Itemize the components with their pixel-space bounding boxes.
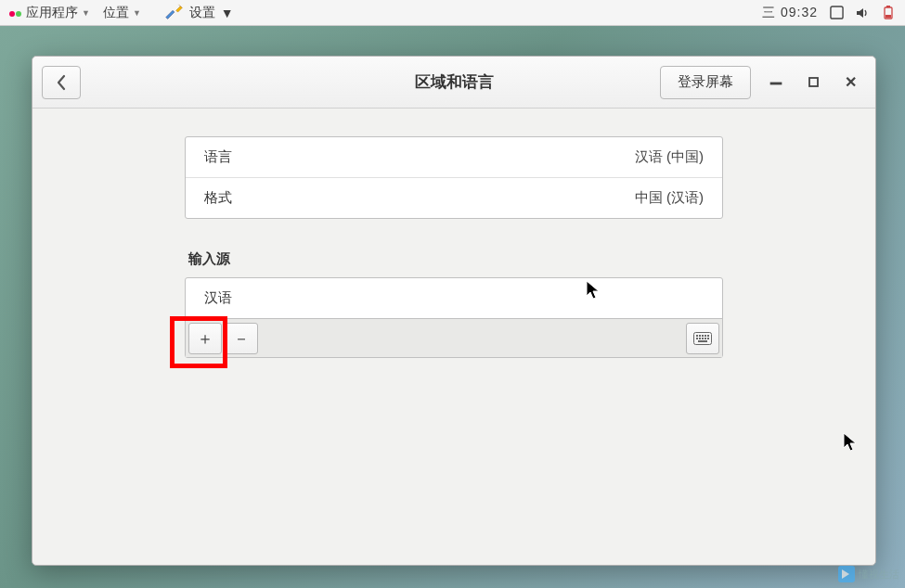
tools-icon <box>163 3 184 23</box>
input-source-label: 汉语 <box>204 289 232 305</box>
input-sources-heading: 输入源 <box>185 250 723 268</box>
svg-rect-15 <box>707 338 709 339</box>
svg-rect-16 <box>698 340 707 342</box>
watermark-icon <box>838 566 855 582</box>
svg-rect-11 <box>696 338 698 339</box>
login-screen-label: 登录屏幕 <box>678 73 733 91</box>
clock-day: 三 <box>762 5 776 19</box>
format-row[interactable]: 格式 中国 (汉语) <box>186 177 722 218</box>
chevron-down-icon: ▼ <box>221 6 234 20</box>
battery-icon[interactable] <box>881 6 896 20</box>
top-panel: 应用程序 ▼ 位置 ▼ 设置 ▼ 三 09:32 <box>0 0 905 26</box>
titlebar-right: 登录屏幕 ‒ ✕ <box>660 66 866 99</box>
svg-rect-3 <box>886 15 891 18</box>
svg-rect-8 <box>702 335 704 337</box>
format-label: 格式 <box>204 189 232 207</box>
svg-rect-7 <box>699 335 701 337</box>
svg-rect-6 <box>696 335 698 337</box>
settings-menu[interactable]: 设置 ▼ <box>163 3 234 23</box>
window-content: 语言 汉语 (中国) 格式 中国 (汉语) 输入源 汉语 ＋ － <box>32 109 875 565</box>
volume-icon[interactable] <box>855 6 870 20</box>
titlebar: 区域和语言 登录屏幕 ‒ ✕ <box>32 57 875 109</box>
svg-rect-13 <box>702 338 704 339</box>
window-controls: ‒ ✕ <box>764 74 866 91</box>
chevron-down-icon: ▼ <box>82 8 90 18</box>
region-language-window: 区域和语言 登录屏幕 ‒ ✕ 语言 汉语 (中国) 格式 中国 (汉语) <box>32 56 876 566</box>
keyboard-icon <box>693 332 712 345</box>
language-row[interactable]: 语言 汉语 (中国) <box>186 137 722 177</box>
keyboard-layout-button[interactable] <box>686 323 719 354</box>
watermark: 懂视生活 <box>838 566 899 582</box>
panel-left: 应用程序 ▼ 位置 ▼ 设置 ▼ <box>9 3 762 23</box>
svg-rect-10 <box>707 335 709 337</box>
svg-rect-0 <box>830 6 842 19</box>
plus-icon: ＋ <box>197 327 213 350</box>
add-input-source-button[interactable]: ＋ <box>188 323 222 354</box>
language-label: 语言 <box>204 148 232 166</box>
minimize-button[interactable]: ‒ <box>768 74 784 91</box>
chevron-down-icon: ▼ <box>133 8 141 18</box>
settings-label: 设置 <box>189 5 215 21</box>
chevron-left-icon <box>55 74 68 91</box>
places-menu[interactable]: 位置 ▼ <box>103 5 141 21</box>
svg-rect-14 <box>705 338 706 339</box>
window-title: 区域和语言 <box>415 71 494 93</box>
applications-icon <box>9 6 22 19</box>
applications-menu[interactable]: 应用程序 ▼ <box>9 5 90 21</box>
language-value: 汉语 (中国) <box>635 148 704 166</box>
svg-rect-4 <box>809 78 818 86</box>
minus-icon: － <box>233 327 250 350</box>
svg-rect-12 <box>699 338 701 339</box>
applications-label: 应用程序 <box>26 5 78 21</box>
input-source-item[interactable]: 汉语 <box>186 278 722 318</box>
watermark-text: 懂视生活 <box>859 568 899 582</box>
remove-input-source-button[interactable]: － <box>225 323 258 354</box>
maximize-button[interactable] <box>805 74 821 91</box>
places-label: 位置 <box>103 5 129 21</box>
clock[interactable]: 三 09:32 <box>762 5 818 21</box>
format-value: 中国 (汉语) <box>635 189 704 207</box>
svg-rect-9 <box>705 335 706 337</box>
input-sources-box: 汉语 ＋ － <box>185 277 723 358</box>
region-settings-list: 语言 汉语 (中国) 格式 中国 (汉语) <box>185 136 723 219</box>
input-source-toolbar: ＋ － <box>186 318 722 357</box>
close-button[interactable]: ✕ <box>842 74 859 91</box>
svg-rect-2 <box>886 6 890 7</box>
accessibility-icon[interactable] <box>829 6 844 20</box>
panel-right: 三 09:32 <box>762 5 896 21</box>
login-screen-button[interactable]: 登录屏幕 <box>660 66 751 99</box>
clock-time: 09:32 <box>781 5 818 19</box>
back-button[interactable] <box>42 66 81 99</box>
